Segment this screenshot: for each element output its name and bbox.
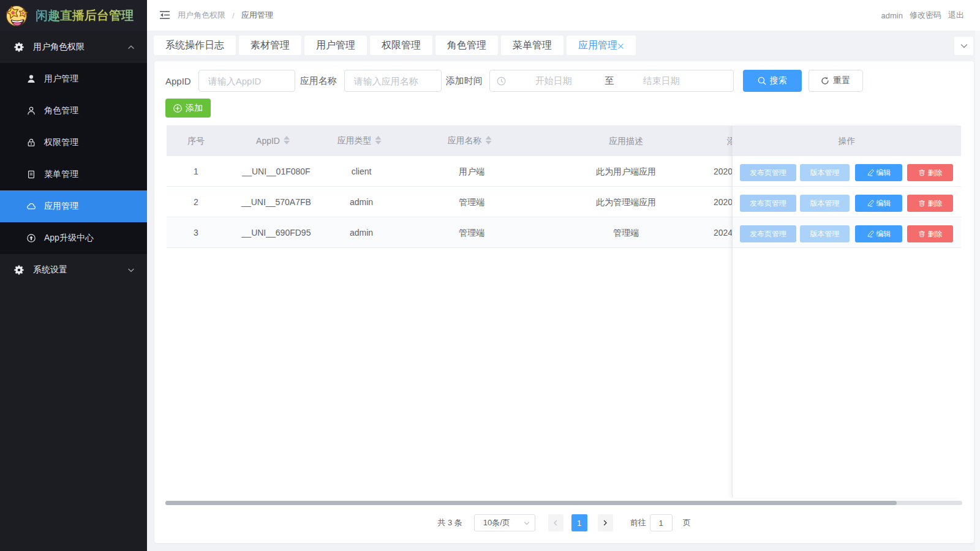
col-header-type[interactable]: 应用类型 — [337, 126, 382, 156]
breadcrumb-item-current: 应用管理 — [241, 10, 273, 21]
reset-button[interactable]: 重置 — [809, 70, 863, 92]
clock-icon — [497, 77, 506, 86]
page-size-value: 10条/页 — [483, 517, 510, 528]
trash-icon — [918, 230, 925, 238]
app-name-label: 应用名称 — [300, 75, 337, 87]
tab-user-mgmt[interactable]: 用户管理 — [304, 36, 367, 55]
button-label: 编辑 — [876, 168, 891, 178]
button-label: 版本管理 — [810, 198, 840, 209]
edit-pencil-icon — [867, 200, 874, 207]
topbar: 用户角色权限 / 应用管理 admin 修改密码 退出 — [147, 0, 980, 31]
page-size-select[interactable]: 10条/页 — [474, 514, 535, 531]
sidebar-fold-icon[interactable] — [160, 10, 170, 20]
prev-page-button[interactable] — [548, 514, 564, 531]
tabs-dropdown-button[interactable] — [954, 37, 973, 55]
cloud-icon — [26, 201, 36, 211]
sort-carets-icon[interactable] — [485, 136, 492, 144]
cell-time: 2020 — [714, 187, 733, 217]
edit-button[interactable]: 编辑 — [855, 164, 902, 181]
tab-menu-mgmt[interactable]: 菜单管理 — [501, 36, 564, 55]
reset-button-label: 重置 — [833, 75, 850, 86]
edit-pencil-icon — [867, 230, 874, 238]
date-range-separator: 至 — [605, 70, 614, 91]
sort-carets-icon[interactable] — [283, 136, 290, 144]
breadcrumb-separator: / — [232, 11, 235, 20]
publish-page-button[interactable]: 发布页管理 — [740, 164, 796, 181]
publish-page-button[interactable]: 发布页管理 — [740, 225, 796, 242]
cell-index: 1 — [194, 156, 198, 187]
sidebar-item-perm-mgmt[interactable]: 权限管理 — [0, 127, 147, 159]
edit-button[interactable]: 编辑 — [855, 225, 902, 242]
logo-bar: 闲趣直播后台管理 — [0, 0, 147, 31]
start-date-placeholder[interactable]: 开始日期 — [535, 70, 572, 91]
appid-input-field[interactable] — [208, 76, 285, 86]
tab-close-icon[interactable] — [617, 43, 624, 50]
cell-appid: __UNI__01F080F — [242, 156, 310, 187]
end-date-placeholder[interactable]: 结束日期 — [643, 70, 680, 91]
sidebar-root-user-role-perm[interactable]: 用户角色权限 — [0, 31, 147, 63]
cell-desc: 此为管理端应用 — [596, 187, 656, 217]
username-label[interactable]: admin — [881, 11, 903, 20]
cell-type: admin — [350, 217, 373, 248]
user-outline-icon — [26, 106, 36, 116]
sidebar-root-label: 系统设置 — [33, 264, 127, 276]
tab-material-mgmt[interactable]: 素材管理 — [239, 36, 301, 55]
date-range-picker[interactable]: 开始日期 至 结束日期 — [489, 70, 734, 92]
sidebar-item-app-upgrade[interactable]: App升级中心 — [0, 222, 147, 254]
star-struck-emoji-icon — [5, 4, 28, 28]
change-password-link[interactable]: 修改密码 — [910, 10, 941, 21]
delete-button[interactable]: 删除 — [907, 164, 953, 181]
tab-app-mgmt[interactable]: 应用管理 — [567, 36, 636, 55]
col-header-desc: 应用描述 — [609, 126, 643, 156]
app-name-input[interactable] — [344, 70, 442, 92]
cell-type: admin — [350, 187, 373, 217]
button-label: 编辑 — [876, 198, 891, 209]
search-button[interactable]: 搜索 — [743, 70, 802, 92]
sidebar-item-label: 菜单管理 — [44, 169, 78, 180]
tab-system-log[interactable]: 系统操作日志 — [154, 36, 236, 55]
add-button[interactable]: 添加 — [165, 99, 211, 118]
sidebar-root-system-settings[interactable]: 系统设置 — [0, 254, 147, 286]
version-mgmt-button[interactable]: 版本管理 — [800, 225, 850, 242]
button-label: 删除 — [928, 229, 943, 239]
document-icon — [26, 170, 36, 179]
upload-circle-icon — [26, 233, 36, 243]
search-icon — [758, 77, 766, 85]
breadcrumb: 用户角色权限 / 应用管理 — [178, 0, 273, 31]
tab-role-mgmt[interactable]: 角色管理 — [435, 36, 498, 55]
cell-appid: __UNI__690FD95 — [242, 217, 311, 248]
cell-name: 管理端 — [459, 187, 484, 217]
publish-page-button[interactable]: 发布页管理 — [740, 195, 796, 212]
horizontal-scrollbar-track[interactable] — [165, 501, 962, 505]
sidebar-item-menu-mgmt[interactable]: 菜单管理 — [0, 159, 147, 190]
delete-button[interactable]: 删除 — [907, 225, 953, 242]
appid-input[interactable] — [198, 70, 295, 92]
next-page-button[interactable] — [598, 514, 613, 531]
horizontal-scrollbar-thumb[interactable] — [165, 501, 897, 505]
version-mgmt-button[interactable]: 版本管理 — [800, 195, 850, 212]
goto-page-input-field[interactable] — [650, 515, 672, 531]
sort-carets-icon[interactable] — [375, 136, 382, 144]
sidebar-item-label: 应用管理 — [44, 201, 78, 212]
tab-perm-mgmt[interactable]: 权限管理 — [370, 36, 432, 55]
sidebar-item-user-mgmt[interactable]: 用户管理 — [0, 63, 147, 95]
breadcrumb-item[interactable]: 用户角色权限 — [178, 10, 225, 21]
cell-type: client — [352, 156, 372, 187]
logout-link[interactable]: 退出 — [948, 10, 964, 21]
edit-button[interactable]: 编辑 — [855, 195, 902, 212]
page-number-1[interactable]: 1 — [571, 514, 587, 531]
version-mgmt-button[interactable]: 版本管理 — [800, 164, 850, 181]
delete-button[interactable]: 删除 — [907, 195, 953, 212]
app-name-input-field[interactable] — [354, 76, 432, 86]
col-header-index: 序号 — [187, 126, 205, 156]
add-time-label: 添加时间 — [446, 75, 483, 87]
goto-page-input[interactable] — [650, 514, 673, 531]
sidebar-item-app-mgmt[interactable]: 应用管理 — [0, 190, 147, 222]
col-header-appid[interactable]: AppID — [256, 126, 290, 156]
search-button-label: 搜索 — [770, 75, 787, 86]
sidebar-item-role-mgmt[interactable]: 角色管理 — [0, 95, 147, 127]
button-label: 版本管理 — [810, 168, 840, 178]
col-header-name[interactable]: 应用名称 — [448, 126, 492, 156]
col-header-label: 应用名称 — [448, 135, 482, 146]
cell-time: 2024 — [714, 217, 733, 248]
